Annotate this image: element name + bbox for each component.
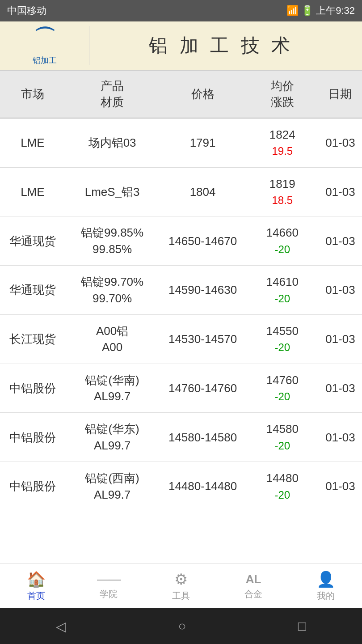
- profile-icon: 👤: [316, 570, 335, 588]
- logo-area: ⌒ 铝加工: [9, 26, 89, 65]
- cell-avg-change: 14610-20: [246, 266, 319, 315]
- table-header-row: 市场 产品材质 价格 均价涨跌 日期: [0, 71, 362, 118]
- cell-product: 铝锭(华南)AL99.7: [65, 364, 160, 413]
- cell-price: 1804: [159, 167, 246, 216]
- cell-price: 14590-14630: [159, 266, 246, 315]
- cell-price: 14760-14760: [159, 364, 246, 413]
- nav-profile[interactable]: 👤 我的: [308, 570, 344, 602]
- alloy-icon: AL: [246, 572, 261, 586]
- home-icon: 🏠: [27, 570, 46, 588]
- header-date: 日期: [319, 71, 362, 118]
- cell-avg-change: 14580-20: [246, 413, 319, 462]
- cell-product: 场内铝03: [65, 118, 160, 167]
- header: ⌒ 铝加工 铝 加 工 技 术: [0, 21, 362, 71]
- cell-market: 华通现货: [0, 266, 65, 315]
- cell-avg-change: 14480-20: [246, 462, 319, 511]
- header-price: 价格: [159, 71, 246, 118]
- table-row: 华通现货铝锭99.85%99.85%14650-1467014660-2001-…: [0, 216, 362, 266]
- price-table: 市场 产品材质 价格 均价涨跌 日期 LME场内铝031791182419.50…: [0, 71, 362, 511]
- carrier: 中国移动: [7, 4, 46, 17]
- cell-avg-change: 182419.5: [246, 118, 319, 167]
- android-nav: ◁ ○ □: [0, 608, 362, 644]
- table-row: 中铝股份铝锭(西南)AL99.714480-1448014480-2001-03: [0, 462, 362, 511]
- tools-icon: ⚙: [174, 570, 188, 588]
- cell-date: 01-03: [319, 364, 362, 413]
- nav-profile-label: 我的: [317, 590, 335, 602]
- cell-market: 中铝股份: [0, 462, 65, 511]
- recent-button[interactable]: □: [298, 619, 306, 634]
- cell-date: 01-03: [319, 413, 362, 462]
- academy-icon: ——: [97, 572, 120, 586]
- cell-market: LME: [0, 167, 65, 216]
- nav-home[interactable]: 🏠 首页: [18, 570, 54, 602]
- nav-tools-label: 工具: [172, 590, 190, 602]
- svg-text:⌒: ⌒: [34, 26, 55, 49]
- logo-icon: ⌒: [27, 26, 63, 53]
- table-row: LME场内铝031791182419.501-03: [0, 118, 362, 167]
- cell-product: A00铝A00: [65, 314, 160, 364]
- nav-alloy-label: 合金: [244, 588, 262, 600]
- cell-price: 1791: [159, 118, 246, 167]
- network-icon: 📶: [286, 5, 299, 17]
- table-row: LMELmeS_铝31804181918.501-03: [0, 167, 362, 216]
- nav-home-label: 首页: [27, 590, 45, 602]
- back-button[interactable]: ◁: [56, 619, 66, 634]
- nav-tools[interactable]: ⚙ 工具: [163, 570, 199, 602]
- cell-product: 铝锭99.70%99.70%: [65, 266, 160, 315]
- time: 上午9:32: [316, 4, 355, 17]
- cell-price: 14530-14570: [159, 314, 246, 364]
- cell-price: 14580-14580: [159, 413, 246, 462]
- status-bar-right: 📶 🔋 上午9:32: [286, 4, 355, 17]
- cell-avg-change: 14660-20: [246, 216, 319, 266]
- header-market: 市场: [0, 71, 65, 118]
- battery-icon: 🔋: [301, 5, 313, 17]
- cell-market: 长江现货: [0, 314, 65, 364]
- logo-text: 铝加工: [33, 55, 57, 66]
- cell-avg-change: 181918.5: [246, 167, 319, 216]
- cell-market: 中铝股份: [0, 413, 65, 462]
- cell-date: 01-03: [319, 118, 362, 167]
- cell-market: 华通现货: [0, 216, 65, 266]
- header-product: 产品材质: [65, 71, 160, 118]
- bottom-nav: 🏠 首页 —— 学院 ⚙ 工具 AL 合金 👤 我的: [0, 564, 362, 608]
- cell-product: 铝锭99.85%99.85%: [65, 216, 160, 266]
- status-bar: 中国移动 📶 🔋 上午9:32: [0, 0, 362, 21]
- cell-date: 01-03: [319, 266, 362, 315]
- cell-date: 01-03: [319, 314, 362, 364]
- nav-alloy[interactable]: AL 合金: [236, 572, 271, 600]
- nav-academy[interactable]: —— 学院: [91, 572, 126, 600]
- cell-price: 14650-14670: [159, 216, 246, 266]
- cell-market: 中铝股份: [0, 364, 65, 413]
- cell-product: 铝锭(华东)AL99.7: [65, 413, 160, 462]
- cell-date: 01-03: [319, 462, 362, 511]
- home-button[interactable]: ○: [178, 619, 186, 634]
- cell-avg-change: 14550-20: [246, 314, 319, 364]
- nav-academy-label: 学院: [100, 588, 118, 600]
- header-avg-change: 均价涨跌: [246, 71, 319, 118]
- table-row: 长江现货A00铝A0014530-1457014550-2001-03: [0, 314, 362, 364]
- table-row: 中铝股份铝锭(华东)AL99.714580-1458014580-2001-03: [0, 413, 362, 462]
- table-row: 中铝股份铝锭(华南)AL99.714760-1476014760-2001-03: [0, 364, 362, 413]
- cell-product: LmeS_铝3: [65, 167, 160, 216]
- header-title: 铝 加 工 技 术: [89, 33, 353, 58]
- table-row: 华通现货铝锭99.70%99.70%14590-1463014610-2001-…: [0, 266, 362, 315]
- cell-product: 铝锭(西南)AL99.7: [65, 462, 160, 511]
- data-table-container: 市场 产品材质 价格 均价涨跌 日期 LME场内铝031791182419.50…: [0, 71, 362, 564]
- cell-market: LME: [0, 118, 65, 167]
- cell-avg-change: 14760-20: [246, 364, 319, 413]
- cell-price: 14480-14480: [159, 462, 246, 511]
- cell-date: 01-03: [319, 167, 362, 216]
- cell-date: 01-03: [319, 216, 362, 266]
